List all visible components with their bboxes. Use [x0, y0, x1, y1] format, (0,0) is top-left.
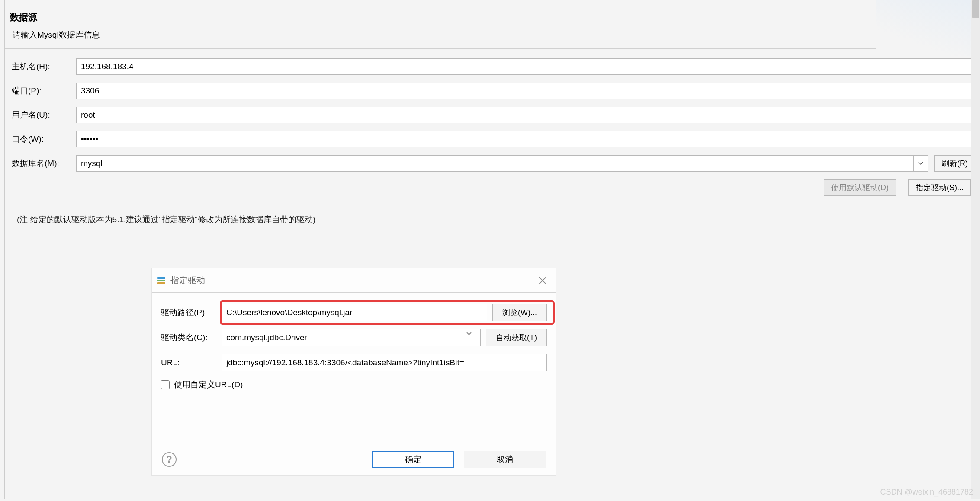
- specify-driver-button[interactable]: 指定驱动(S)...: [908, 179, 971, 196]
- close-button[interactable]: [537, 275, 548, 286]
- driver-path-input[interactable]: [222, 304, 487, 321]
- section-subtitle: 请输入Mysql数据库信息: [5, 23, 980, 48]
- dialog-titlebar[interactable]: 指定驱动: [152, 268, 556, 293]
- port-label: 端口(P):: [9, 85, 76, 96]
- datasource-panel: 数据源 请输入Mysql数据库信息 主机名(H): 端口(P): 用户名(U):…: [4, 0, 980, 499]
- dialog-body: 驱动路径(P) 浏览(W)... 驱动类名(C): 自动获取(T) URL:: [152, 293, 556, 390]
- chevron-down-icon: [466, 332, 472, 335]
- default-driver-button[interactable]: 使用默认驱动(D): [824, 179, 896, 196]
- database-input[interactable]: [76, 155, 913, 172]
- driver-path-row: 驱动路径(P) 浏览(W)...: [161, 304, 547, 321]
- auto-button[interactable]: 自动获取(T): [486, 329, 547, 346]
- specify-driver-dialog: 指定驱动 驱动路径(P) 浏览(W)... 驱动类名(C):: [152, 268, 556, 475]
- scroll-thumb[interactable]: [972, 0, 979, 18]
- database-label: 数据库名(M):: [9, 158, 76, 169]
- url-label: URL:: [161, 358, 222, 367]
- driver-class-label: 驱动类名(C):: [161, 332, 222, 343]
- scrollbar[interactable]: [971, 0, 980, 499]
- driver-note: (注:给定的默认驱动版本为5.1,建议通过"指定驱动"修改为所连接数据库自带的驱…: [9, 196, 975, 225]
- cancel-button[interactable]: 取消: [464, 451, 546, 468]
- help-icon: ?: [166, 454, 172, 465]
- url-row: URL:: [161, 354, 547, 371]
- driver-class-dropdown-button[interactable]: [466, 329, 481, 346]
- help-button[interactable]: ?: [162, 452, 177, 467]
- driver-class-input[interactable]: [222, 329, 466, 346]
- close-icon: [537, 275, 548, 286]
- custom-url-checkbox[interactable]: [161, 380, 170, 389]
- password-label: 口令(W):: [9, 134, 76, 145]
- app-icon: [157, 277, 165, 284]
- dialog-title: 指定驱动: [170, 274, 205, 286]
- ok-button[interactable]: 确定: [372, 451, 454, 468]
- dialog-footer: ? 确定 取消: [152, 451, 556, 468]
- section-title: 数据源: [5, 0, 980, 23]
- hostname-input[interactable]: [76, 58, 975, 75]
- url-input[interactable]: [222, 354, 547, 371]
- driver-class-row: 驱动类名(C): 自动获取(T): [161, 329, 547, 346]
- chevron-down-icon: [918, 162, 923, 165]
- browse-button[interactable]: 浏览(W)...: [492, 304, 547, 321]
- refresh-button[interactable]: 刷新(R): [934, 155, 975, 172]
- hostname-label: 主机名(H):: [9, 61, 76, 72]
- watermark: CSDN @weixin_46881782: [880, 488, 973, 497]
- password-input[interactable]: [76, 131, 975, 147]
- custom-url-label: 使用自定义URL(D): [174, 379, 243, 390]
- driver-path-label: 驱动路径(P): [161, 307, 222, 318]
- form-area: 主机名(H): 端口(P): 用户名(U): 口令(W): 数据库名(M): 刷…: [5, 49, 980, 225]
- database-dropdown-button[interactable]: [913, 155, 928, 172]
- port-input[interactable]: [76, 83, 975, 99]
- username-label: 用户名(U):: [9, 109, 76, 121]
- custom-url-row: 使用自定义URL(D): [161, 379, 547, 390]
- username-input[interactable]: [76, 107, 975, 123]
